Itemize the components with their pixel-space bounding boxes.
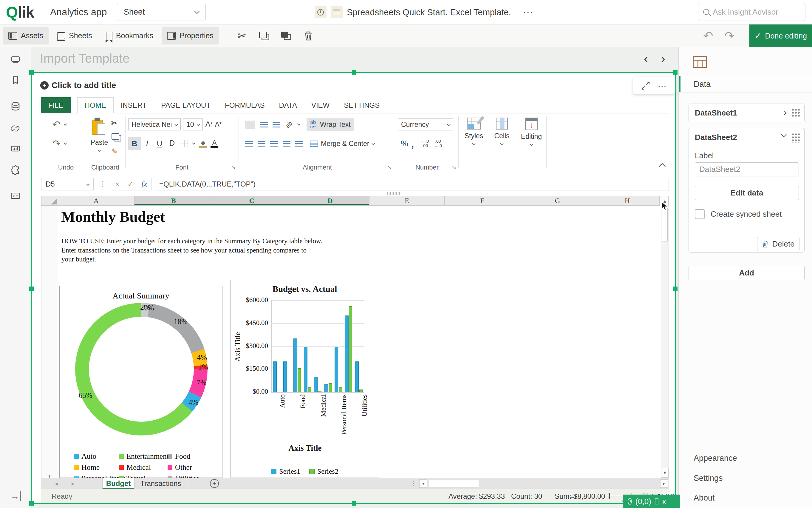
scrollbar-thumb[interactable] (662, 208, 668, 242)
chevron-down-icon[interactable] (192, 141, 195, 144)
charts-panel-icon[interactable] (10, 143, 20, 154)
editing-button[interactable]: Editing (518, 116, 544, 164)
object-more-menu[interactable]: ⋯ (658, 81, 668, 91)
resize-handle[interactable] (29, 501, 34, 506)
table-properties-icon[interactable] (693, 56, 707, 68)
data-section-header[interactable]: Data (679, 76, 812, 92)
variables-panel-icon[interactable]: x = (10, 191, 20, 201)
chevron-down-icon[interactable] (781, 132, 786, 137)
qlik-logo[interactable]: Qlik (6, 3, 42, 21)
donut-chart[interactable]: Actual Summary AutoEntertainmentFoodHome… (59, 286, 223, 478)
resize-handle[interactable] (29, 287, 34, 291)
column-header-B[interactable]: B (135, 196, 213, 206)
chevron-down-icon[interactable] (63, 141, 67, 144)
decrease-decimal-icon[interactable]: .00→.0 (434, 139, 442, 148)
tab-bar-menu[interactable]: ⋮ (410, 478, 417, 489)
sheet-selector-dropdown[interactable]: Sheet (117, 3, 206, 21)
fill-color-icon[interactable]: ◆ (199, 139, 207, 148)
sheet-tab-budget[interactable]: Budget (102, 478, 135, 489)
tab-settings[interactable]: SETTINGS (337, 97, 387, 113)
borders-icon[interactable] (181, 140, 188, 147)
number-dialog-launcher[interactable]: ↘ (451, 164, 456, 171)
next-sheet-arrow[interactable]: › (661, 52, 665, 65)
hscroll-thumb[interactable] (429, 480, 479, 488)
underline-button[interactable]: U (153, 137, 166, 150)
hscroll-right-arrow[interactable]: ▸ (660, 479, 668, 488)
column-header-E[interactable]: E (370, 196, 445, 206)
align-bottom-icon[interactable] (273, 122, 280, 127)
bar-chart[interactable]: Budget vs. Actual Axis Title Axis Title … (230, 280, 379, 478)
resize-handle[interactable] (352, 501, 356, 506)
resize-handle[interactable] (352, 70, 356, 75)
insight-advisor-search[interactable] (698, 3, 805, 21)
font-dialog-launcher[interactable]: ↘ (231, 164, 236, 171)
delete-datasheet-button[interactable]: Delete (757, 237, 800, 251)
sheet-tab-transactions[interactable]: Transactions (135, 478, 187, 489)
expand-icon[interactable] (641, 81, 650, 90)
doc-grid-chip[interactable] (331, 6, 343, 18)
column-header-C[interactable]: C (213, 196, 291, 206)
edit-data-button[interactable]: Edit data (695, 186, 799, 200)
drag-handle[interactable] (791, 132, 800, 143)
percent-style-icon[interactable]: % (401, 139, 408, 149)
doc-history-chip[interactable] (315, 6, 327, 18)
resize-handle[interactable] (673, 287, 677, 291)
about-section[interactable]: About (679, 488, 812, 508)
assets-button[interactable]: Assets (3, 27, 49, 44)
add-title-button[interactable]: + Click to add title (40, 81, 116, 90)
font-name-select[interactable]: Helvetica Neue (128, 119, 181, 130)
undo-icon[interactable]: ↶ (52, 120, 60, 129)
align-center-icon[interactable] (258, 141, 266, 146)
sheets-button[interactable]: Sheets (52, 27, 97, 44)
comma-style-icon[interactable]: , (411, 138, 414, 150)
insert-function-icon[interactable]: fx (141, 179, 147, 188)
grow-font-icon[interactable]: A▴ (205, 120, 212, 129)
shrink-font-icon[interactable]: A▾ (215, 121, 222, 129)
orientation-icon[interactable]: ab (284, 120, 294, 129)
prev-tab-arrow[interactable]: ◂ (55, 478, 58, 489)
next-tab-arrow[interactable]: ▸ (71, 478, 75, 489)
zoom-slider-thumb[interactable] (609, 493, 610, 499)
more-menu-button[interactable]: ⋯ (523, 6, 534, 18)
formula-input[interactable]: =QLIK.DATA(0,,,TRUE,"TOP") (155, 178, 669, 190)
font-size-select[interactable]: 10 (183, 119, 203, 130)
align-top-icon[interactable] (245, 121, 255, 129)
chevron-down-icon[interactable] (63, 122, 67, 125)
wrap-text-button[interactable]: abc↵ Wrap Text (306, 118, 354, 131)
confirm-entry-icon[interactable]: ✓ (127, 180, 133, 188)
bookmarks-panel-icon[interactable] (10, 75, 20, 85)
paste-button[interactable] (281, 32, 288, 38)
copy-icon[interactable] (111, 133, 119, 140)
align-left-icon[interactable] (245, 141, 253, 146)
merge-center-button[interactable]: Merge & Center (310, 140, 375, 148)
sheets-panel-icon[interactable] (10, 55, 20, 65)
expand-sidebar-icon[interactable]: → (10, 491, 20, 501)
settings-section[interactable]: Settings (679, 468, 812, 488)
resize-handle[interactable] (29, 70, 34, 75)
links-panel-icon[interactable] (10, 123, 20, 133)
tab-file[interactable]: FILE (41, 97, 71, 113)
italic-button[interactable]: I (141, 137, 153, 150)
format-painter-icon[interactable]: ✎ (111, 147, 118, 156)
cells-button[interactable]: Cells (490, 116, 514, 164)
align-right-icon[interactable] (270, 141, 278, 146)
add-datasheet-button[interactable]: Add (688, 266, 805, 280)
column-header-D[interactable]: D (291, 196, 370, 206)
paste-button[interactable]: Paste (87, 116, 112, 164)
row-header[interactable]: 1 (41, 206, 58, 478)
tab-home[interactable]: HOME (77, 97, 113, 114)
formula-bar-menu[interactable]: ⋮ (98, 179, 106, 188)
double-underline-button[interactable]: D (166, 138, 178, 149)
styles-button[interactable]: Styles (461, 116, 487, 164)
cut-icon[interactable]: ✂ (111, 118, 118, 128)
tab-view[interactable]: VIE​W (304, 97, 337, 113)
hscroll-left-arrow[interactable]: ◂ (419, 479, 427, 488)
number-format-select[interactable]: Currency (398, 119, 453, 130)
synced-sheet-checkbox[interactable] (695, 209, 705, 219)
cancel-entry-icon[interactable]: × (115, 180, 119, 188)
bold-button[interactable]: B (128, 137, 141, 150)
document-title[interactable]: Spreadsheets Quick Start. Excel Template… (347, 7, 511, 17)
align-middle-icon[interactable] (260, 122, 268, 127)
font-color-icon[interactable]: A (210, 139, 218, 148)
cell-name-box[interactable]: D5 (41, 178, 94, 190)
